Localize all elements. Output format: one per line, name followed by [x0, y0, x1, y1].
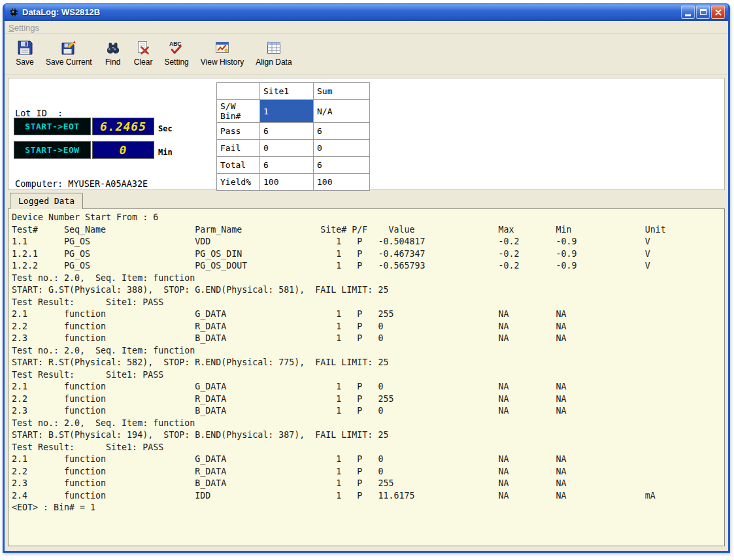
table-row: Pass 6 6 — [217, 123, 370, 140]
row-header-pass[interactable]: Pass — [217, 123, 260, 140]
toolbar-label: Setting — [164, 58, 188, 67]
eow-unit: Min — [158, 148, 173, 159]
menu-bar: Settings — [5, 21, 728, 34]
find-icon — [105, 40, 121, 56]
computer-label: Computer: MYUSER-A05AA32E — [15, 178, 148, 189]
toolbar-label: Save Current — [46, 58, 92, 67]
status-panel: Lot ID : Operator: Computer: MYUSER-A05A… — [8, 78, 725, 190]
table-row: Yield% 100 100 — [217, 174, 370, 191]
cell-sw-bin-sum[interactable]: N/A — [314, 100, 370, 123]
save-button[interactable]: Save — [10, 37, 40, 68]
clear-button[interactable]: Clear — [128, 37, 159, 68]
table-row: S/W Bin# 1 N/A — [217, 100, 370, 123]
maximize-icon — [700, 9, 707, 15]
summary-corner-cell[interactable] — [217, 83, 260, 100]
eot-unit: Sec — [158, 124, 173, 135]
toolbar-label: Clear — [134, 58, 153, 67]
toolbar-label: Align Data — [256, 58, 292, 67]
title-bar[interactable]: DataLog: WS2812B — [5, 3, 728, 21]
view-history-button[interactable]: View History — [195, 37, 250, 68]
menu-item-settings[interactable]: Settings — [8, 23, 39, 33]
table-row: Site1 Sum — [217, 83, 370, 100]
table-row: Fail 0 0 — [217, 140, 370, 157]
toolbar: Save Save Current — [5, 34, 728, 74]
row-header-fail[interactable]: Fail — [217, 140, 260, 157]
save-icon — [17, 40, 33, 56]
toolbar-label: View History — [201, 58, 244, 67]
setting-icon: ABC — [169, 40, 184, 56]
minimize-button[interactable] — [681, 5, 695, 19]
toolbar-label: Find — [105, 58, 120, 67]
log-panel: Device Number Start From : 6 Test# Seq_N… — [8, 208, 725, 546]
close-icon — [715, 9, 722, 16]
window-controls — [681, 5, 725, 19]
find-button[interactable]: Find — [98, 37, 128, 68]
tab-logged-data[interactable]: Logged Data — [10, 193, 83, 209]
row-header-yield[interactable]: Yield% — [217, 174, 260, 191]
maximize-button[interactable] — [696, 5, 710, 19]
cell-fail-site1[interactable]: 0 — [260, 140, 314, 157]
cell-total-sum[interactable]: 6 — [314, 157, 370, 174]
cell-total-site1[interactable]: 6 — [260, 157, 314, 174]
client-area: Settings Save — [5, 21, 728, 551]
window-title: DataLog: WS2812B — [22, 7, 681, 17]
cell-fail-sum[interactable]: 0 — [314, 140, 370, 157]
clear-icon — [135, 40, 151, 56]
cell-pass-site1[interactable]: 6 — [260, 123, 314, 140]
view-history-icon — [214, 40, 230, 56]
eot-value: 6.2465 — [92, 118, 154, 135]
save-current-button[interactable]: Save Current — [40, 37, 98, 68]
log-output[interactable]: Device Number Start From : 6 Test# Seq_N… — [8, 209, 724, 514]
align-data-button[interactable]: Align Data — [250, 37, 297, 68]
tab-label: Logged Data — [18, 196, 75, 206]
app-icon[interactable] — [8, 7, 19, 18]
eow-timer: START->EOW 0 Min — [14, 141, 173, 159]
eow-value: 0 — [92, 141, 154, 159]
col-header-sum[interactable]: Sum — [314, 83, 370, 100]
eow-label: START->EOW — [14, 141, 91, 159]
align-data-icon — [266, 40, 282, 56]
setting-button[interactable]: ABC Setting — [158, 37, 194, 68]
cell-pass-sum[interactable]: 6 — [314, 123, 370, 140]
save-current-icon — [61, 40, 76, 56]
row-header-sw-bin[interactable]: S/W Bin# — [217, 100, 260, 123]
cell-yield-site1[interactable]: 100 — [260, 174, 314, 191]
table-row: Total 6 6 — [217, 157, 370, 174]
eot-label: START->EOT — [14, 118, 91, 135]
close-button[interactable] — [711, 5, 725, 19]
summary-table: Site1 Sum S/W Bin# 1 N/A Pass 6 6 Fail 0… — [216, 82, 370, 191]
minimize-icon — [685, 14, 691, 16]
cell-sw-bin-site1[interactable]: 1 — [260, 100, 314, 123]
cell-yield-sum[interactable]: 100 — [314, 174, 370, 191]
eot-timer: START->EOT 6.2465 Sec — [14, 118, 173, 135]
col-header-site1[interactable]: Site1 — [260, 83, 314, 100]
row-header-total[interactable]: Total — [217, 157, 260, 174]
toolbar-label: Save — [16, 58, 33, 67]
app-window: DataLog: WS2812B Settings — [3, 3, 730, 553]
